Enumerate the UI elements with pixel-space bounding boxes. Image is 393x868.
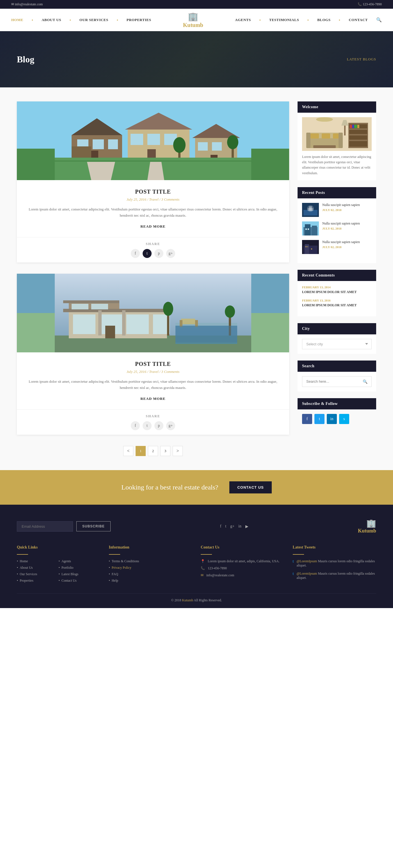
tweets-title: Latest Tweets <box>293 545 376 550</box>
recent-comments-widget: Recent Comments FEBRUARY 13, 2014 LOREM … <box>298 270 376 316</box>
contact-title: Contact Us <box>201 545 284 550</box>
share-googleplus-icon[interactable]: g+ <box>166 249 175 258</box>
topbar-phone: 📞 123-456-7890 <box>358 2 382 6</box>
nav-agents[interactable]: AGENTS <box>235 18 251 22</box>
quick-link-latest-blogs[interactable]: Latest Blogs <box>59 572 100 576</box>
quick-link-properties[interactable]: Properties <box>17 579 59 583</box>
quick-link-agents[interactable]: Agents <box>59 559 100 563</box>
welcome-image <box>302 117 372 151</box>
recent-post-3-date: JULY 02, 2018 <box>322 245 372 249</box>
quick-link-portfolio[interactable]: Portfolio <box>59 566 100 570</box>
nav-testimonials[interactable]: TESTIMONIALS <box>269 18 299 22</box>
page-3-button[interactable]: 3 <box>160 446 170 456</box>
search-submit-button[interactable]: 🔍 <box>359 376 371 386</box>
recent-post-1-date: JULY 02, 2018 <box>322 208 372 212</box>
post-2-read-more[interactable]: READ MORE <box>140 397 166 401</box>
city-select[interactable]: Select city <box>302 339 372 349</box>
phone-icon: 📞 <box>358 2 362 6</box>
nav-blogs[interactable]: BLOGS <box>317 18 330 22</box>
footer-email-input[interactable] <box>17 521 73 532</box>
svg-marker-26 <box>87 162 115 180</box>
cta-banner: Looking for a best real estate deals? CO… <box>0 470 393 505</box>
navbar: HOME ◆ ABOUT US ◆ OUR SERVICES ◆ PROPERT… <box>0 9 393 31</box>
share-2-googleplus-icon[interactable]: g+ <box>166 421 175 430</box>
tweet-2-handle[interactable]: @LoremIpsum <box>296 571 317 576</box>
footer-brand-link[interactable]: Kutumb <box>182 598 193 602</box>
footer-twitter-icon[interactable]: t <box>225 524 226 529</box>
comment-1-date: FEBRUARY 13, 2014 <box>302 285 372 289</box>
svg-rect-11 <box>131 134 143 145</box>
svg-rect-61 <box>322 133 330 138</box>
nav-about[interactable]: ABOUT US <box>41 18 61 22</box>
search-widget-body: 🔍 <box>298 372 376 392</box>
main-content: POST TITLE July 25, 2016 / Travel / 3 Co… <box>0 87 393 470</box>
svg-rect-71 <box>357 125 359 128</box>
share-2-pinterest-icon[interactable]: p <box>154 421 163 430</box>
recent-post-2: Nulla suscipit sapien sapien JULY 02, 20… <box>302 221 372 236</box>
svg-rect-89 <box>305 244 309 254</box>
contact-us-button[interactable]: CONTACT US <box>229 482 271 493</box>
svg-rect-37 <box>126 314 149 334</box>
info-privacy[interactable]: Privacy Policy <box>109 566 193 570</box>
quick-link-services[interactable]: Our Services <box>17 572 59 576</box>
share-2-twitter-icon[interactable]: t <box>142 421 152 430</box>
footer-youtube-icon[interactable]: ▶ <box>245 524 249 529</box>
nav-home[interactable]: HOME <box>11 18 23 22</box>
share-pinterest-icon[interactable]: p <box>154 249 163 258</box>
recent-post-2-thumb <box>302 221 319 236</box>
info-faq[interactable]: FAQ <box>109 572 193 576</box>
share-facebook-icon[interactable]: f <box>131 249 140 258</box>
footer-tweets: Latest Tweets t @LoremIpsum Mauris cursu… <box>293 545 376 585</box>
page-title: Blog <box>17 54 34 65</box>
contact-divider <box>201 554 212 555</box>
cta-text: Looking for a best real estate deals? <box>121 484 218 491</box>
nav-contact[interactable]: CONTACT <box>349 18 368 22</box>
follow-twitter-icon[interactable]: t <box>315 414 325 424</box>
search-box: 🔍 <box>302 376 372 387</box>
recent-post-1-title: Nulla suscipit sapien sapien <box>322 203 372 207</box>
quick-link-about[interactable]: About Us <box>17 566 59 570</box>
quick-link-contact[interactable]: Contact Us <box>59 579 100 583</box>
search-input[interactable] <box>302 376 359 386</box>
search-widget-header: Search <box>298 361 376 372</box>
share-2-facebook-icon[interactable]: f <box>131 421 140 430</box>
topbar-email: ✉ info@realestate.com <box>11 2 43 6</box>
post-1-read-more[interactable]: READ MORE <box>140 224 166 228</box>
nav-logo[interactable]: 🏢 Kutumb <box>183 11 203 28</box>
nav-dot-3: ◆ <box>117 19 118 21</box>
page-1-button[interactable]: 1 <box>136 446 146 456</box>
svg-rect-12 <box>148 134 160 145</box>
nav-services[interactable]: OUR SERVICES <box>79 18 108 22</box>
information-links: Terms & Conditions Privacy Policy FAQ He… <box>109 559 193 583</box>
nav-dot-2: ◆ <box>70 19 71 21</box>
page-2-button[interactable]: 2 <box>148 446 158 456</box>
tweets-divider <box>293 554 304 555</box>
quick-link-home[interactable]: Home <box>17 559 59 563</box>
tweet-1-handle[interactable]: @LoremIpsum <box>296 559 317 563</box>
share-twitter-icon[interactable]: t <box>142 249 152 258</box>
share-1-icons: f t p g+ <box>25 249 281 258</box>
footer-quick-links: Quick Links Home About Us Our Services P… <box>17 545 100 585</box>
footer-googleplus-icon[interactable]: g+ <box>230 524 234 529</box>
follow-linkedin-icon[interactable]: in <box>327 414 337 424</box>
search-icon[interactable]: 🔍 <box>376 17 382 23</box>
svg-rect-46 <box>181 319 195 324</box>
svg-rect-86 <box>308 228 309 230</box>
post-2-title: POST TITLE <box>28 361 278 367</box>
next-page-button[interactable]: > <box>173 446 183 456</box>
post-1-meta: July 25, 2016 / Travel / 3 Comments <box>28 197 278 202</box>
footer-linkedin-icon[interactable]: in <box>238 524 241 529</box>
recent-post-1-thumb <box>302 203 319 217</box>
svg-rect-6 <box>108 140 118 149</box>
prev-page-button[interactable]: < <box>123 446 133 456</box>
footer-facebook-icon[interactable]: f <box>220 524 222 529</box>
follow-facebook-icon[interactable]: f <box>302 414 312 424</box>
follow-skype-icon[interactable]: s <box>339 414 349 424</box>
info-terms[interactable]: Terms & Conditions <box>109 559 193 563</box>
svg-rect-39 <box>72 304 89 309</box>
footer-subscribe-button[interactable]: SUBSCRIBE <box>76 521 110 531</box>
info-help[interactable]: Help <box>109 579 193 583</box>
nav-properties[interactable]: PROPERTIES <box>127 18 151 22</box>
blog-card-1-body: POST TITLE July 25, 2016 / Travel / 3 Co… <box>17 180 289 237</box>
recent-posts-widget: Recent Posts Nulla suscipit sapien sap <box>298 187 376 263</box>
